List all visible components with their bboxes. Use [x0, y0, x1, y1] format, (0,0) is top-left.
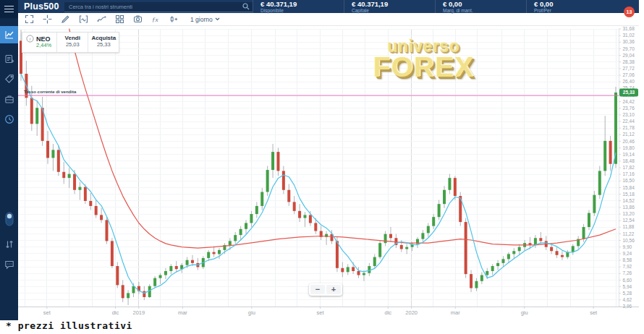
sell-button[interactable]: Vendi 25,03	[57, 33, 88, 52]
zoom-out-button[interactable]: −	[310, 285, 325, 294]
svg-text:17,16: 17,16	[623, 171, 635, 176]
buy-price: 25,33	[88, 41, 119, 48]
svg-text:13,86: 13,86	[623, 205, 635, 210]
svg-text:20,46: 20,46	[623, 139, 635, 144]
metric-profit: € 0,00 Prof/Per	[526, 0, 617, 13]
svg-text:30,36: 30,36	[623, 39, 635, 44]
fit-screen-icon[interactable]	[25, 14, 34, 24]
sidebar-item-news[interactable]	[4, 53, 14, 64]
sidebar-item-transfer[interactable]	[4, 239, 14, 249]
chart-toolbar: ƒx 1 giorno	[18, 13, 639, 26]
zoom-in-button[interactable]: +	[326, 285, 341, 294]
briefcase-icon	[4, 94, 14, 104]
svg-text:14,52: 14,52	[623, 198, 635, 203]
clock-icon	[4, 114, 14, 124]
search-input[interactable]	[67, 3, 242, 11]
side-nav	[0, 18, 18, 320]
sidebar-item-instruments[interactable]	[4, 74, 14, 84]
svg-text:i: i	[30, 36, 31, 42]
svg-text:13,20: 13,20	[623, 211, 635, 216]
measure-icon[interactable]	[79, 14, 88, 24]
plus500-trading-app: Plus500 € 40.371,19 Disponibile € 40.371…	[0, 0, 644, 334]
svg-text:ƒx: ƒx	[152, 16, 159, 23]
svg-text:19,14: 19,14	[623, 152, 635, 157]
search-icon	[242, 3, 250, 10]
svg-text:31,68: 31,68	[623, 26, 635, 31]
illustrative-prices-note: * prezzi illustrativi	[6, 320, 132, 331]
svg-text:set: set	[43, 309, 51, 316]
sidebar-item-support-chat[interactable]	[4, 260, 14, 270]
svg-text:23,76: 23,76	[623, 106, 635, 111]
draw-icon[interactable]	[61, 14, 70, 24]
svg-text:7,92: 7,92	[623, 264, 632, 269]
top-bar: Plus500 € 40.371,19 Disponibile € 40.371…	[18, 0, 639, 13]
svg-text:7,26: 7,26	[623, 270, 632, 275]
metric-available: € 40.371,19 Disponibile	[253, 0, 344, 13]
transfer-arrows-icon	[4, 239, 14, 249]
svg-text:4,62: 4,62	[623, 297, 632, 302]
instrument-card: i NEO 2,44% Vendi 25,03 Acquista 25,33	[22, 32, 119, 53]
instrument-info: i NEO 2,44%	[22, 33, 57, 52]
search-box[interactable]	[64, 2, 253, 12]
svg-text:mar: mar	[451, 309, 460, 316]
news-icon	[4, 53, 14, 64]
crosshair-icon[interactable]	[43, 14, 52, 24]
svg-text:17,82: 17,82	[623, 165, 635, 170]
svg-text:Tasso corrente di vendita: Tasso corrente di vendita	[24, 90, 77, 94]
metric-margin: € 0,00 Marg. di mant.	[435, 0, 526, 13]
instrument-change: 2,44%	[36, 43, 51, 48]
svg-text:24,42: 24,42	[623, 99, 635, 104]
svg-text:set: set	[316, 309, 324, 316]
plus500-logo: Plus500	[18, 0, 64, 13]
line-type-icon[interactable]	[97, 14, 106, 24]
menu-button[interactable]	[0, 0, 18, 18]
svg-text:5,94: 5,94	[623, 284, 632, 289]
svg-text:giu: giu	[248, 309, 255, 316]
svg-text:mar: mar	[178, 309, 187, 316]
chat-icon	[4, 260, 14, 270]
svg-text:set: set	[590, 309, 598, 316]
svg-text:12,54: 12,54	[623, 218, 635, 223]
svg-text:9,90: 9,90	[623, 244, 632, 249]
svg-text:21,78: 21,78	[623, 125, 635, 130]
chart-type-candle-icon[interactable]	[169, 14, 179, 24]
buy-button[interactable]: Acquista 25,33	[88, 33, 119, 52]
snapshot-camera-icon[interactable]	[133, 14, 143, 24]
svg-text:8,58: 8,58	[623, 257, 632, 262]
svg-text:28,38: 28,38	[623, 59, 635, 64]
menu-icon	[4, 6, 14, 7]
theme-toggle-icon	[4, 212, 14, 226]
svg-text:dic: dic	[112, 309, 119, 316]
price-chart-panel: 31,6831,0230,3629,7029,0428,3827,7227,06…	[18, 26, 639, 320]
svg-text:27,06: 27,06	[623, 72, 635, 77]
info-icon[interactable]: i	[26, 35, 34, 43]
metric-equity: € 40.371,19 Capitale	[344, 0, 435, 13]
svg-text:2020: 2020	[405, 309, 418, 316]
svg-text:31,02: 31,02	[623, 33, 635, 38]
theme-toggle[interactable]	[4, 212, 14, 229]
timeframe-label: 1 giorno	[190, 16, 213, 23]
svg-text:21,12: 21,12	[623, 132, 635, 137]
svg-text:16,50: 16,50	[623, 178, 635, 183]
svg-text:25,33: 25,33	[623, 90, 635, 95]
notifications-badge[interactable]: 13	[624, 7, 635, 17]
svg-text:27,72: 27,72	[623, 66, 635, 71]
svg-text:giu: giu	[521, 309, 528, 316]
indicators-fx-icon[interactable]: ƒx	[151, 14, 161, 24]
multi-chart-grid-icon[interactable]	[115, 14, 124, 24]
svg-text:dic: dic	[384, 309, 391, 316]
instrument-name: NEO	[36, 35, 51, 43]
tag-icon	[4, 74, 14, 84]
svg-text:19,80: 19,80	[623, 145, 635, 150]
svg-text:29,70: 29,70	[623, 46, 635, 51]
account-metrics: € 40.371,19 Disponibile € 40.371,19 Capi…	[253, 0, 639, 13]
svg-text:29,04: 29,04	[623, 53, 635, 58]
svg-text:18,48: 18,48	[623, 158, 635, 163]
sidebar-item-charts[interactable]	[0, 26, 18, 43]
sidebar-item-portfolio[interactable]	[4, 94, 14, 104]
timeframe-selector[interactable]: 1 giorno	[190, 16, 220, 23]
price-chart[interactable]: 31,6831,0230,3629,7029,0428,3827,7227,06…	[18, 26, 639, 320]
svg-text:2019: 2019	[132, 309, 145, 316]
sidebar-item-history[interactable]	[4, 114, 14, 124]
svg-text:26,40: 26,40	[623, 79, 635, 84]
